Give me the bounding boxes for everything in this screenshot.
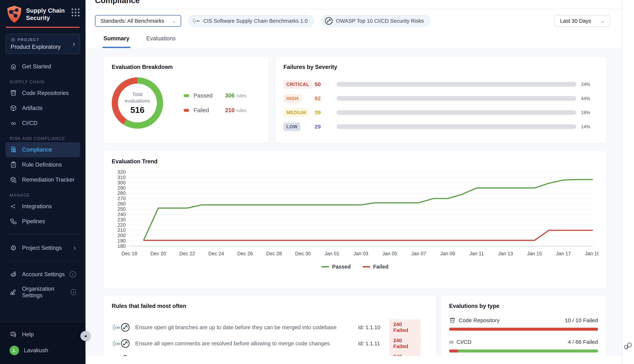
card-title: Evaluation Breakdown (112, 64, 261, 70)
info-icon[interactable]: i (70, 271, 76, 278)
product-name: Supply Chain Security (26, 7, 72, 22)
pipelines-icon (10, 218, 17, 225)
failed-count-badge: 240 Failed (389, 336, 421, 352)
legend-failed: Failed 210 rules (184, 107, 246, 114)
avatar: L (10, 346, 19, 355)
sidebar-item-organization-settings[interactable]: Organization Settings i (6, 282, 80, 302)
rule-text: Ensure all open comments are resolved be… (135, 340, 358, 346)
code-repository-icon (449, 317, 456, 324)
card-title: Rules that failed most often (112, 303, 428, 310)
code-repository-icon (10, 89, 17, 97)
severity-bar (337, 124, 576, 129)
bytype-status: 4 / 66 Failed (568, 339, 598, 345)
summary-content: Evaluation Breakdown Total evaluations 5… (86, 48, 634, 356)
tab-evaluations[interactable]: Evaluations (146, 35, 176, 48)
rule-row[interactable]: CIS Ensure all open comments are resolve… (112, 336, 428, 350)
sidebar-user[interactable]: L Lavakush (6, 342, 80, 359)
failed-count-badge: 240 Failed (389, 319, 421, 336)
bytype-row-cicd: ∞ CI/CD 4 / 66 Failed (449, 338, 598, 352)
sidebar-item-compliance[interactable]: Compliance (6, 142, 80, 157)
svg-text:250: 250 (117, 206, 126, 212)
svg-text:Dec 26: Dec 26 (237, 251, 253, 256)
severity-bar (337, 96, 576, 101)
compliance-document-icon (10, 146, 17, 154)
svg-text:280: 280 (117, 190, 126, 196)
info-icon[interactable]: i (71, 289, 76, 295)
card-title: Failures by Severity (283, 64, 598, 70)
passed-line-swatch (322, 266, 329, 268)
sidebar-item-help[interactable]: ? Help (6, 327, 80, 342)
severity-row-medium: MEDIUM 39 19% (283, 108, 598, 117)
sidebar-item-rule-definitions[interactable]: Rule Definitions (6, 157, 80, 172)
severity-bar (337, 82, 576, 87)
cis-logo-icon: CIS (192, 17, 200, 25)
sidebar-item-project-settings[interactable]: ⚙ Project Settings › (6, 240, 80, 256)
tab-summary[interactable]: Summary (104, 35, 129, 48)
severity-row-high: HIGH 92 44% (283, 94, 598, 103)
evaluations-donut-chart: Total evaluations 516 (112, 77, 163, 129)
card-title: Evalutions by type (449, 303, 598, 310)
severity-bar (337, 110, 576, 115)
sidebar-item-cicd[interactable]: ∞ CI/CD (6, 116, 80, 131)
failed-rules-count: 210 (225, 107, 235, 114)
sidebar-item-account-settings[interactable]: Account Settings i (6, 267, 80, 282)
severity-percent: 44% (576, 96, 598, 101)
benchmark-chip-cis[interactable]: CIS CIS Software Supply Chain Benchmarks… (189, 15, 314, 27)
bytype-bar (449, 350, 598, 352)
divider (6, 234, 80, 235)
main-area: Compliance Standards: All Benchmarks ⌄ C… (86, 0, 634, 364)
evaluations-by-type-card: Evalutions by type Code Repository 10 / … (441, 295, 606, 356)
legend-passed: Passed 306 rules (184, 92, 246, 99)
chevron-right-icon: › (73, 40, 75, 48)
svg-text:Jan 05: Jan 05 (382, 251, 397, 256)
app-switcher-grid-icon[interactable] (72, 8, 80, 16)
failed-line-swatch (363, 266, 370, 268)
svg-text:260: 260 (117, 201, 126, 206)
project-selector[interactable]: PROJECT Product Exploratory › (6, 34, 80, 54)
severity-badge: HIGH (283, 94, 301, 103)
svg-text:?: ? (12, 332, 14, 335)
integrations-icon (10, 202, 17, 210)
date-range-dropdown[interactable]: Last 30 Days ⌄ (555, 15, 610, 27)
infinity-icon: ∞ (449, 338, 454, 346)
svg-text:220: 220 (117, 222, 126, 228)
bytype-bar (449, 328, 598, 331)
failures-by-severity-card: Failures by Severity CRITICAL 50 24% HIG… (275, 56, 606, 143)
chat-help-icon[interactable] (623, 341, 633, 352)
account-layers-icon (10, 270, 17, 278)
gear-icon: ⚙ (10, 244, 17, 252)
logo-row: Supply Chain Security (0, 0, 86, 24)
rule-row[interactable]: CIS Ensure open git branches are up to d… (112, 319, 428, 334)
sidebar-item-get-started[interactable]: Get Started (6, 59, 80, 74)
severity-percent: 19% (576, 110, 598, 115)
sidebar-item-artifacts[interactable]: Artifacts (6, 100, 80, 116)
divider (6, 261, 80, 261)
rule-row[interactable]: CIS Ensure verifying signed commits of n… (112, 352, 428, 356)
svg-text:300: 300 (117, 180, 126, 186)
severity-count: 92 (314, 95, 337, 102)
chevron-right-icon: › (74, 244, 76, 252)
project-label: PROJECT (18, 38, 39, 42)
sidebar-item-code-repositories[interactable]: Code Repositories (6, 86, 80, 100)
sidebar-collapse-button[interactable]: ◀ (80, 331, 90, 341)
card-title: Evaluation Trend (112, 158, 598, 165)
owasp-logo-icon (121, 355, 130, 356)
sidebar-item-remediation-tracker[interactable]: Remediation Tracker (6, 172, 80, 187)
svg-text:CIS: CIS (195, 20, 200, 22)
benchmark-chip-owasp[interactable]: OWASP Top 10 CI/CD Security Risks (321, 15, 430, 27)
failed-count-badge: 240 Failed (389, 352, 421, 356)
svg-text:Jan 13: Jan 13 (498, 251, 513, 256)
svg-text:290: 290 (117, 185, 126, 191)
svg-text:270: 270 (117, 196, 126, 201)
organization-icon (10, 288, 17, 296)
svg-text:Jan 07: Jan 07 (411, 251, 426, 256)
svg-text:190: 190 (117, 238, 126, 244)
svg-text:Jan 15: Jan 15 (527, 251, 542, 256)
rule-id: Id: 1.1.11 (358, 340, 389, 346)
sidebar-item-integrations[interactable]: Integrations (6, 199, 80, 214)
standards-filter-dropdown[interactable]: Standards: All Benchmarks ⌄ (95, 15, 181, 27)
page-header: Compliance (86, 0, 634, 9)
sidebar-item-pipelines[interactable]: Pipelines (6, 214, 80, 229)
severity-count: 39 (314, 110, 337, 116)
svg-text:Jan 09: Jan 09 (440, 251, 455, 256)
